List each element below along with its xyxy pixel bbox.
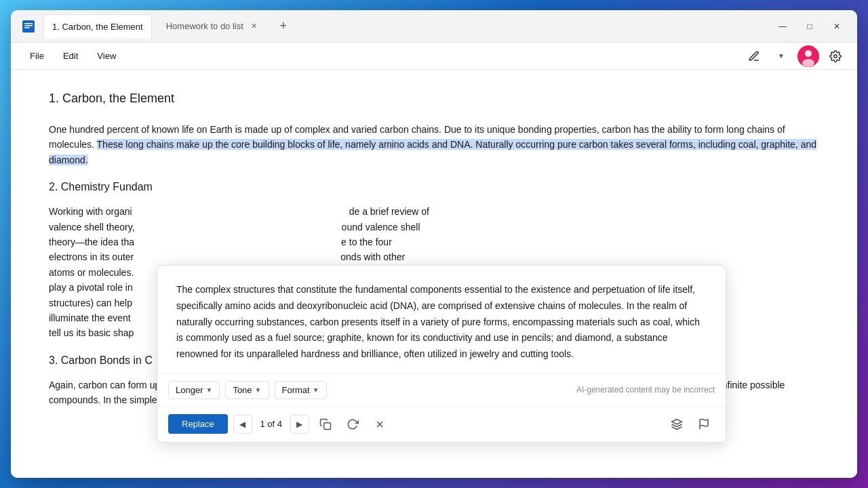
prev-button[interactable]: ◀ <box>233 415 252 434</box>
longer-chevron-icon: ▼ <box>205 386 212 394</box>
title-bar: 1. Carbon, the Element Homework to do li… <box>11 10 857 43</box>
tone-dropdown[interactable]: Tone ▼ <box>225 381 269 399</box>
stack-icon[interactable] <box>666 413 688 435</box>
settings-button[interactable] <box>825 45 846 67</box>
avatar[interactable] <box>797 45 819 67</box>
tone-label: Tone <box>233 385 252 395</box>
svg-point-5 <box>805 50 812 57</box>
format-dropdown[interactable]: Format ▼ <box>275 381 327 399</box>
svg-point-6 <box>802 59 814 67</box>
menu-edit[interactable]: Edit <box>55 48 86 64</box>
app-window: 1. Carbon, the Element Homework to do li… <box>11 10 857 478</box>
ai-popup: The complex structures that constitute t… <box>157 265 726 443</box>
tab-homework-label: Homework to do list <box>166 21 243 31</box>
copy-button[interactable] <box>315 413 336 435</box>
toolbar-right: ▼ <box>743 45 846 67</box>
app-icon <box>19 17 38 36</box>
maximize-button[interactable]: □ <box>797 17 822 36</box>
tab-close-icon[interactable]: ✕ <box>249 21 260 32</box>
tone-chevron-icon: ▼ <box>255 386 262 394</box>
svg-rect-1 <box>24 23 33 24</box>
tab-current-doc[interactable]: 1. Carbon, the Element <box>43 14 152 39</box>
svg-rect-3 <box>24 27 30 28</box>
content-area[interactable]: 1. Carbon, the Element One hundred perce… <box>11 70 857 478</box>
pivotal-text: play a pivotal role in <box>49 282 133 293</box>
flag-icon[interactable] <box>693 413 715 435</box>
ai-content: The complex structures that constitute t… <box>157 266 726 374</box>
ai-toolbar: Longer ▼ Tone ▼ Format ▼ AI-generated co… <box>157 374 726 407</box>
svg-point-7 <box>834 54 837 58</box>
minimize-button[interactable]: — <box>770 17 795 36</box>
popup-close-button[interactable] <box>369 413 391 435</box>
svg-rect-2 <box>24 25 33 26</box>
longer-dropdown[interactable]: Longer ▼ <box>168 381 220 399</box>
tab-homework[interactable]: Homework to do list ✕ <box>157 14 269 39</box>
menu-file[interactable]: File <box>22 48 52 64</box>
window-controls: — □ ✕ <box>770 17 849 36</box>
format-label: Format <box>282 385 310 395</box>
refresh-button[interactable] <box>342 413 363 435</box>
longer-label: Longer <box>176 385 203 395</box>
close-button[interactable]: ✕ <box>825 17 849 36</box>
svg-rect-0 <box>22 20 35 33</box>
next-button[interactable]: ▶ <box>290 415 309 434</box>
replace-button[interactable]: Replace <box>168 414 228 434</box>
tab-add-button[interactable]: + <box>274 17 293 36</box>
tab-current-label: 1. Carbon, the Element <box>52 22 143 32</box>
menu-bar: File Edit View ▼ <box>11 43 857 70</box>
format-chevron-icon: ▼ <box>313 386 319 394</box>
page-indicator: 1 of 4 <box>258 419 285 429</box>
ai-actions: Replace ◀ 1 of 4 ▶ <box>157 407 726 442</box>
section-2-heading: 2. Chemistry Fundam <box>49 181 819 193</box>
ai-text: The complex structures that constitute t… <box>176 284 700 359</box>
svg-rect-8 <box>323 423 330 430</box>
para1-highlight: These long chains make up the core build… <box>49 139 816 165</box>
pen-tool-button[interactable] <box>743 45 765 67</box>
pen-dropdown-button[interactable]: ▼ <box>770 45 792 67</box>
doc-title: 1. Carbon, the Element <box>49 92 819 106</box>
paragraph-1: One hundred percent of known life on Ear… <box>49 122 819 167</box>
menu-view[interactable]: View <box>89 48 124 64</box>
electrons-text: electrons in its outer <box>49 251 134 262</box>
ai-disclaimer: AI-generated content may be incorrect <box>576 385 715 394</box>
